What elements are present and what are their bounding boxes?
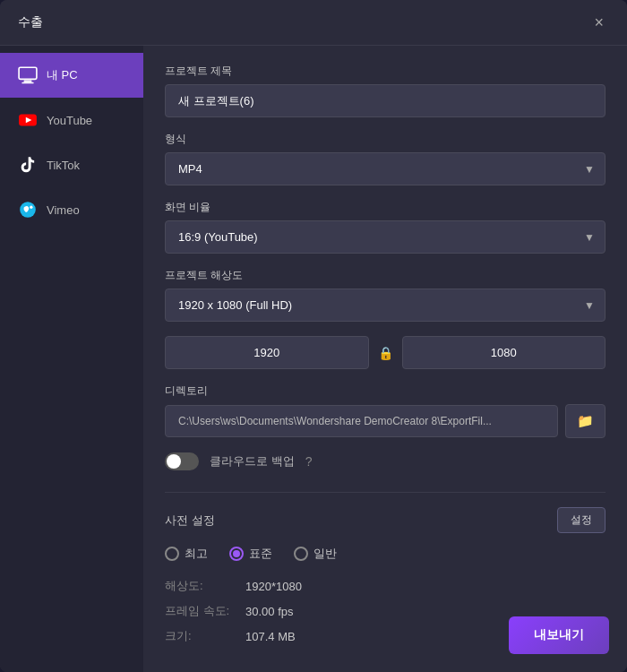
sidebar-item-label-vimeo: Vimeo bbox=[47, 203, 80, 217]
svg-rect-2 bbox=[21, 82, 33, 84]
quality-radio-row: 최고 표준 일반 bbox=[165, 546, 606, 562]
info-val-size: 107.4 MB bbox=[245, 630, 296, 643]
dialog-title: 수출 bbox=[18, 14, 43, 30]
quality-option-high[interactable]: 최고 bbox=[165, 546, 208, 562]
info-val-resolution: 1920*1080 bbox=[245, 580, 302, 593]
main-panel: 프로젝트 제목 형식 MP4 MOV AVI ▼ 화면 비율 bbox=[143, 46, 627, 672]
format-label: 형식 bbox=[165, 132, 606, 147]
vimeo-icon bbox=[18, 200, 38, 220]
cloud-backup-label: 클라우드로 백업 bbox=[210, 453, 295, 470]
cloud-backup-row: 클라우드로 백업 ? bbox=[165, 452, 606, 470]
directory-row: 📁 bbox=[165, 404, 606, 438]
quality-label-standard: 표준 bbox=[249, 546, 272, 562]
directory-label: 디렉토리 bbox=[165, 383, 606, 399]
quality-option-normal[interactable]: 일반 bbox=[294, 546, 337, 562]
computer-icon bbox=[18, 65, 38, 85]
format-select[interactable]: MP4 MOV AVI bbox=[165, 152, 606, 185]
sidebar-item-label-tiktok: TikTok bbox=[47, 159, 80, 172]
radio-circle-normal bbox=[294, 547, 308, 561]
quality-label-high: 최고 bbox=[185, 546, 208, 562]
cloud-backup-toggle[interactable] bbox=[165, 452, 199, 470]
resolution-label: 프로젝트 해상도 bbox=[165, 268, 606, 283]
lock-icon: 🔒 bbox=[378, 346, 393, 360]
quality-label-normal: 일반 bbox=[314, 546, 337, 562]
close-button[interactable]: × bbox=[588, 13, 609, 32]
radio-dot-standard bbox=[233, 550, 240, 557]
height-input[interactable] bbox=[402, 336, 606, 369]
wh-row: 🔒 bbox=[165, 336, 606, 369]
format-group: 형식 MP4 MOV AVI ▼ bbox=[165, 132, 606, 185]
sidebar-item-label-my-pc: 내 PC bbox=[47, 67, 78, 83]
export-dialog: 수출 × 내 PC bbox=[0, 0, 627, 672]
info-row-resolution: 해상도: 1920*1080 bbox=[165, 578, 606, 594]
directory-input[interactable] bbox=[165, 405, 558, 437]
resolution-select-wrapper: 1920 x 1080 (Full HD) 1280 x 720 (HD) 38… bbox=[165, 289, 606, 322]
export-button[interactable]: 내보내기 bbox=[509, 616, 609, 654]
radio-circle-high bbox=[165, 547, 179, 561]
sidebar: 내 PC YouTube TikTok bbox=[0, 46, 143, 672]
sidebar-item-label-youtube: YouTube bbox=[47, 114, 92, 127]
sidebar-item-my-pc[interactable]: 내 PC bbox=[0, 53, 143, 98]
directory-group: 디렉토리 📁 bbox=[165, 383, 606, 438]
project-title-group: 프로젝트 제목 bbox=[165, 64, 606, 117]
help-icon[interactable]: ? bbox=[305, 454, 313, 469]
svg-rect-0 bbox=[19, 67, 37, 79]
sidebar-item-tiktok[interactable]: TikTok bbox=[0, 142, 143, 187]
project-title-label: 프로젝트 제목 bbox=[165, 64, 606, 79]
info-key-fps: 프레임 속도: bbox=[165, 603, 245, 619]
aspect-ratio-select[interactable]: 16:9 (YouTube) 4:3 1:1 9:16 bbox=[165, 220, 606, 254]
sidebar-item-youtube[interactable]: YouTube bbox=[0, 98, 143, 142]
dialog-content: 내 PC YouTube TikTok bbox=[0, 46, 627, 672]
svg-rect-1 bbox=[24, 81, 32, 82]
info-val-fps: 30.00 fps bbox=[245, 605, 294, 618]
quality-option-standard[interactable]: 표준 bbox=[229, 546, 272, 562]
aspect-ratio-group: 화면 비율 16:9 (YouTube) 4:3 1:1 9:16 ▼ bbox=[165, 200, 606, 254]
toggle-knob bbox=[167, 454, 181, 469]
aspect-ratio-label: 화면 비율 bbox=[165, 200, 606, 215]
browse-button[interactable]: 📁 bbox=[565, 404, 606, 438]
resolution-select[interactable]: 1920 x 1080 (Full HD) 1280 x 720 (HD) 38… bbox=[165, 289, 606, 322]
youtube-icon bbox=[18, 110, 38, 130]
preset-title: 사전 설정 bbox=[165, 513, 215, 529]
info-key-resolution: 해상도: bbox=[165, 578, 245, 594]
radio-circle-standard bbox=[229, 547, 244, 561]
tiktok-icon bbox=[18, 155, 38, 175]
sidebar-item-vimeo[interactable]: Vimeo bbox=[0, 187, 143, 232]
info-key-size: 크기: bbox=[165, 628, 245, 644]
resolution-group: 프로젝트 해상도 1920 x 1080 (Full HD) 1280 x 72… bbox=[165, 268, 606, 322]
format-select-wrapper: MP4 MOV AVI ▼ bbox=[165, 152, 606, 185]
svg-point-6 bbox=[30, 206, 32, 209]
aspect-ratio-select-wrapper: 16:9 (YouTube) 4:3 1:1 9:16 ▼ bbox=[165, 220, 606, 254]
width-input[interactable] bbox=[165, 336, 369, 369]
settings-button[interactable]: 설정 bbox=[557, 507, 606, 533]
project-title-input[interactable] bbox=[165, 84, 606, 117]
title-bar: 수출 × bbox=[0, 0, 627, 46]
preset-header: 사전 설정 설정 bbox=[165, 507, 606, 533]
